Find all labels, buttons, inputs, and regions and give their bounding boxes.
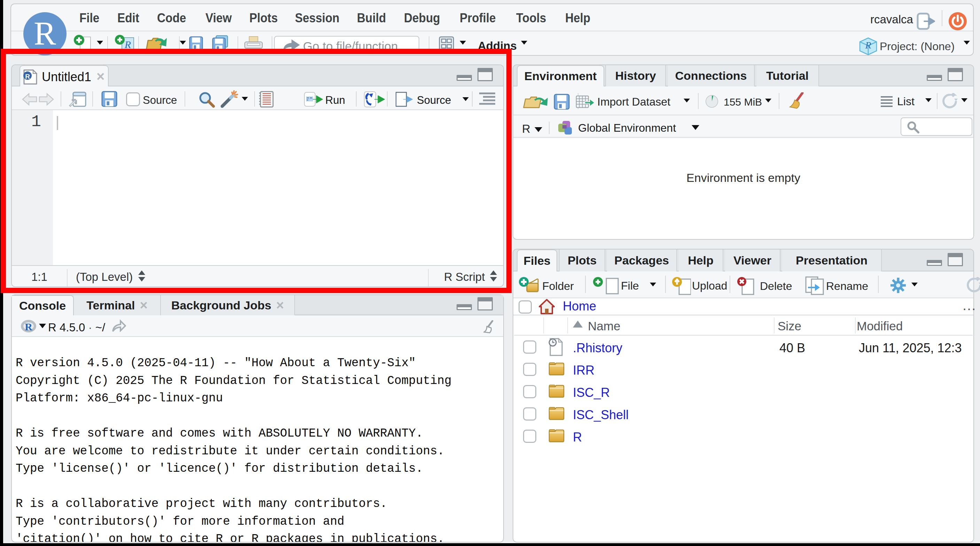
- svg-text:R: R: [34, 14, 56, 52]
- svg-text:R: R: [865, 40, 871, 51]
- svg-text:R: R: [25, 321, 32, 332]
